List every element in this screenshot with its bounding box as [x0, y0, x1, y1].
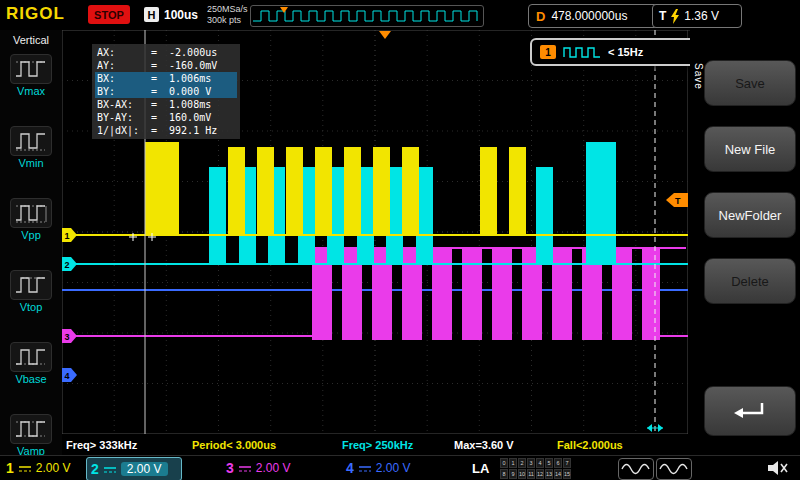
channel-block-3[interactable]: 3 2.00 V — [222, 457, 314, 479]
vmax-icon — [10, 54, 52, 84]
memory-depth: 300k pts — [207, 15, 248, 26]
new-file-button[interactable]: New File — [704, 126, 796, 172]
digital-bits-grid: 0 1 2 3 4 5 6 7 8 9 10 11 12 13 14 15 — [500, 458, 571, 479]
digital-bit: 14 — [554, 469, 562, 479]
cursor-row-by: BY:= 0.000 V — [95, 85, 237, 98]
digital-bit: 6 — [554, 458, 562, 468]
channel-status-bar: 1 2.00 V 2 2.00 V 3 2.00 V 4 2.00 V LA 0… — [0, 455, 800, 480]
soft-menu-panel: Save Save New File NewFolder Delete — [690, 30, 800, 455]
sidebar-item-label: Vmin — [0, 157, 62, 169]
svg-text:4: 4 — [65, 371, 70, 381]
trigger-level-readout: T 1.36 V — [652, 4, 742, 28]
measurement-bar: Freq> 333kHz Period< 3.000us Freq> 250kH… — [62, 434, 688, 455]
pulse-train-icon — [563, 46, 601, 58]
measurement-freq-1: Freq> 333kHz — [66, 439, 137, 451]
channel-block-4[interactable]: 4 2.00 V — [342, 457, 434, 479]
sidebar-title: Vertical — [0, 30, 62, 46]
digital-bit: 8 — [500, 469, 508, 479]
main-display-area: 1234T AX:= -2.000us AY:= -160.0mV BX:= 1… — [62, 30, 688, 455]
run-state-badge: STOP — [88, 5, 130, 24]
vertical-measure-sidebar: Vertical Vmax Vmin Vpp Vtop — [0, 30, 62, 455]
svg-text:T: T — [675, 196, 681, 206]
cursor-row-byay: BY-AY:= 160.0mV — [95, 111, 237, 124]
preview-wave-icon — [251, 6, 481, 24]
trigger-info-box: 1 < 15Hz — [530, 38, 700, 66]
trigger-level-value: 1.36 V — [684, 9, 719, 23]
sample-rate: 250MSa/s — [207, 4, 248, 15]
channel-3-scale: 2.00 V — [256, 461, 291, 475]
back-button[interactable] — [704, 386, 796, 436]
svg-text:3: 3 — [65, 332, 70, 342]
top-status-bar: RIGOL STOP H 100us 250MSa/s 300k pts D 4… — [0, 0, 800, 31]
vtop-icon — [10, 270, 52, 300]
channel-block-1[interactable]: 1 2.00 V — [2, 457, 90, 479]
trigger-label: T — [659, 9, 666, 23]
trigger-source-badge: 1 — [540, 45, 556, 59]
cursor-row-bx: BX:= 1.006ms — [95, 72, 237, 85]
oscilloscope-screen: RIGOL STOP H 100us 250MSa/s 300k pts D 4… — [0, 0, 800, 480]
digital-bit: 13 — [545, 469, 553, 479]
menu-tab-save: Save — [690, 40, 704, 112]
waveform-preview-strip — [250, 5, 484, 27]
vpp-icon — [10, 198, 52, 228]
cursor-row-ax: AX:= -2.000us — [95, 46, 237, 59]
sidebar-item-label: Vtop — [0, 301, 62, 313]
coupling-dc-icon — [358, 459, 372, 477]
graticule-area: 1234T AX:= -2.000us AY:= -160.0mV BX:= 1… — [62, 30, 688, 434]
sidebar-item-label: Vbase — [0, 373, 62, 385]
delay-value: 478.000000us — [551, 9, 627, 23]
coupling-dc-icon — [18, 459, 32, 477]
digital-bit: 7 — [563, 458, 571, 468]
svg-text:1: 1 — [65, 231, 70, 241]
channel-4-scale: 2.00 V — [376, 461, 411, 475]
measurement-period: Period< 3.000us — [192, 439, 276, 451]
channel-block-2[interactable]: 2 2.00 V — [86, 457, 182, 480]
measurement-max: Max=3.60 V — [454, 439, 514, 451]
channel-1-scale: 2.00 V — [36, 461, 71, 475]
cursor-row-bxax: BX-AX:= 1.008ms — [95, 98, 237, 111]
digital-bit: 4 — [536, 458, 544, 468]
digital-bit: 0 — [500, 458, 508, 468]
cursor-readout-panel: AX:= -2.000us AY:= -160.0mV BX:= 1.006ms… — [92, 44, 240, 139]
measurement-freq-2: Freq> 250kHz — [342, 439, 413, 451]
cursor-row-ay: AY:= -160.0mV — [95, 59, 237, 72]
sidebar-item-vtop[interactable]: Vtop — [0, 262, 62, 334]
vmin-icon — [10, 126, 52, 156]
digital-bit: 11 — [527, 469, 535, 479]
sidebar-item-vbase[interactable]: Vbase — [0, 334, 62, 406]
save-button[interactable]: Save — [704, 60, 796, 106]
new-folder-button[interactable]: NewFolder — [704, 192, 796, 238]
brand-logo: RIGOL — [6, 4, 65, 24]
lightning-bolt-icon — [670, 9, 680, 24]
svg-text:2: 2 — [65, 260, 70, 270]
cursor-row-freq: 1/|dX|:= 992.1 Hz — [95, 124, 237, 137]
trigger-frequency: < 15Hz — [608, 46, 643, 58]
channel-2-scale: 2.00 V — [121, 462, 168, 476]
digital-bit: 9 — [509, 469, 517, 479]
sidebar-item-vmin[interactable]: Vmin — [0, 118, 62, 190]
delay-readout: D 478.000000us — [528, 4, 662, 28]
sidebar-item-label: Vpp — [0, 229, 62, 241]
measurement-fall: Fall<2.000us — [557, 439, 623, 451]
coupling-dc-icon — [238, 459, 252, 477]
channel-1-number: 1 — [6, 460, 14, 476]
acquisition-info: 250MSa/s 300k pts — [207, 4, 248, 26]
return-arrow-icon — [728, 400, 772, 422]
digital-bit: 3 — [527, 458, 535, 468]
vbase-icon — [10, 342, 52, 372]
digital-bit: 10 — [518, 469, 526, 479]
sidebar-item-vmax[interactable]: Vmax — [0, 46, 62, 118]
vamp-icon — [10, 414, 52, 444]
sidebar-item-label: Vmax — [0, 85, 62, 97]
channel-4-number: 4 — [346, 460, 354, 476]
la-indicator: LA — [472, 461, 489, 476]
digital-bit: 12 — [536, 469, 544, 479]
digital-bit: 2 — [518, 458, 526, 468]
digital-bit: 15 — [563, 469, 571, 479]
channel-2-number: 2 — [91, 461, 99, 477]
source2-wave-icon — [656, 458, 692, 480]
delete-button[interactable]: Delete — [704, 258, 796, 304]
timebase-value: 100us — [164, 8, 198, 22]
coupling-dc-icon — [103, 460, 117, 478]
sidebar-item-vpp[interactable]: Vpp — [0, 190, 62, 262]
